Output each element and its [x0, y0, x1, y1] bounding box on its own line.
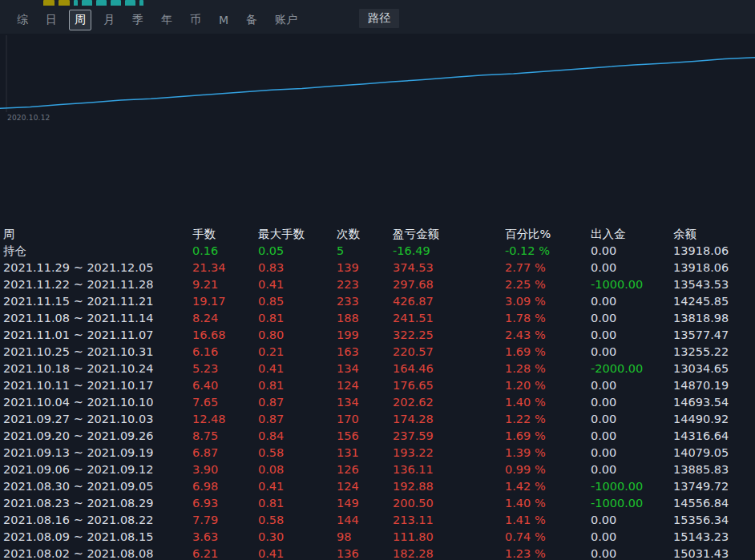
cell-deposit: 0.00 — [591, 344, 673, 361]
table-row[interactable]: 2021.09.20 ~ 2021.09.268.750.84156237.59… — [3, 428, 755, 445]
cell-deposit: -1000.00 — [591, 478, 673, 495]
cell-pl: -16.49 — [393, 243, 505, 260]
table-row[interactable]: 2021.11.15 ~ 2021.11.2119.170.85233426.8… — [3, 293, 755, 310]
cell-pct: 1.69 % — [505, 428, 591, 445]
weekly-stats-table: 周手数最大手数次数盈亏金额百分比%出入金余额 持仓0.160.055-16.49… — [3, 226, 755, 560]
table-row[interactable]: 2021.11.01 ~ 2021.11.0716.680.80199322.2… — [3, 327, 755, 344]
cell-pct: 1.42 % — [505, 478, 591, 495]
cell-pct: 1.28 % — [505, 361, 591, 377]
cell-deposit: 0.00 — [591, 260, 673, 276]
table-row[interactable]: 2021.08.16 ~ 2021.08.227.790.58144213.11… — [3, 512, 755, 529]
cell-max_lots: 0.87 — [258, 394, 337, 411]
path-button[interactable]: 路径 — [359, 9, 399, 28]
cell-period: 2021.11.22 ~ 2021.11.28 — [3, 276, 192, 293]
cell-max_lots: 0.58 — [258, 445, 337, 461]
cell-count: 199 — [337, 327, 393, 344]
tab-周[interactable]: 周 — [69, 10, 91, 30]
tab-账户[interactable]: 账户 — [269, 10, 303, 30]
cell-period: 2021.10.18 ~ 2021.10.24 — [3, 361, 192, 377]
column-header: 余额 — [673, 226, 755, 243]
cell-deposit: 0.00 — [591, 293, 673, 310]
cell-deposit: 0.00 — [591, 394, 673, 411]
table-row[interactable]: 2021.11.29 ~ 2021.12.0521.340.83139374.5… — [3, 260, 755, 276]
tab-M[interactable]: M — [213, 10, 234, 30]
table-row[interactable]: 2021.10.18 ~ 2021.10.245.230.41134164.46… — [3, 361, 755, 377]
cell-period: 2021.11.29 ~ 2021.12.05 — [3, 260, 192, 276]
cell-lots: 6.93 — [192, 495, 258, 512]
cell-lots: 9.21 — [192, 276, 258, 293]
cell-pl: 322.25 — [393, 327, 505, 344]
chart-start-date-label: 2020.10.12 — [7, 114, 50, 122]
tab-综[interactable]: 综 — [11, 10, 34, 30]
cell-max_lots: 0.21 — [258, 344, 337, 361]
cell-period: 2021.08.02 ~ 2021.08.08 — [3, 546, 192, 560]
table-row[interactable]: 2021.08.30 ~ 2021.09.056.980.41124192.88… — [3, 478, 755, 495]
cell-deposit: 0.00 — [591, 529, 673, 546]
cell-max_lots: 0.05 — [258, 243, 337, 260]
table-row[interactable]: 2021.11.22 ~ 2021.11.289.210.41223297.68… — [3, 276, 755, 293]
cell-pct: 1.22 % — [505, 411, 591, 428]
cell-deposit: -1000.00 — [591, 276, 673, 293]
table-row[interactable]: 2021.09.06 ~ 2021.09.123.900.08126136.11… — [3, 461, 755, 478]
cell-count: 144 — [337, 512, 393, 529]
tab-季[interactable]: 季 — [127, 10, 149, 30]
clipped-title-fragment — [111, 0, 121, 6]
clipped-title-fragment — [139, 0, 143, 6]
cell-balance: 15031.43 — [673, 546, 755, 560]
cell-pl: 174.28 — [393, 411, 505, 428]
cell-count: 156 — [337, 428, 393, 445]
cell-count: 5 — [337, 243, 393, 260]
cell-count: 223 — [337, 276, 393, 293]
cell-count: 126 — [337, 461, 393, 478]
table-row[interactable]: 2021.11.08 ~ 2021.11.148.240.81188241.51… — [3, 310, 755, 327]
clipped-window-title — [43, 0, 143, 6]
cell-pl: 202.62 — [393, 394, 505, 411]
cell-max_lots: 0.84 — [258, 428, 337, 445]
cell-pl: 241.51 — [393, 310, 505, 327]
table-row[interactable]: 2021.10.25 ~ 2021.10.316.160.21163220.57… — [3, 344, 755, 361]
cell-lots: 12.48 — [192, 411, 258, 428]
cell-pct: -0.12 % — [505, 243, 591, 260]
cell-pl: 136.11 — [393, 461, 505, 478]
equity-chart-svg — [0, 34, 755, 114]
table-row[interactable]: 2021.08.02 ~ 2021.08.086.210.41136182.28… — [3, 546, 755, 560]
table-header-row: 周手数最大手数次数盈亏金额百分比%出入金余额 — [3, 226, 755, 243]
cell-pl: 297.68 — [393, 276, 505, 293]
table-body: 持仓0.160.055-16.49-0.12 %0.0013918.062021… — [3, 243, 755, 560]
cell-pl: 200.50 — [393, 495, 505, 512]
tab-备[interactable]: 备 — [240, 10, 263, 30]
table-row[interactable]: 2021.09.27 ~ 2021.10.0312.480.87170174.2… — [3, 411, 755, 428]
table-row[interactable]: 2021.10.11 ~ 2021.10.176.400.81124176.65… — [3, 377, 755, 394]
tab-日[interactable]: 日 — [40, 10, 63, 30]
cell-count: 139 — [337, 260, 393, 276]
cell-count: 233 — [337, 293, 393, 310]
cell-period: 2021.09.27 ~ 2021.10.03 — [3, 411, 192, 428]
cell-pct: 1.78 % — [505, 310, 591, 327]
column-header: 出入金 — [591, 226, 673, 243]
tab-年[interactable]: 年 — [155, 10, 178, 30]
cell-balance: 13918.06 — [673, 260, 755, 276]
cell-lots: 21.34 — [192, 260, 258, 276]
cell-deposit: 0.00 — [591, 428, 673, 445]
table-row[interactable]: 2021.10.04 ~ 2021.10.107.650.87134202.62… — [3, 394, 755, 411]
cell-period: 2021.08.16 ~ 2021.08.22 — [3, 512, 192, 529]
cell-count: 124 — [337, 377, 393, 394]
table-row[interactable]: 2021.08.23 ~ 2021.08.296.930.81149200.50… — [3, 495, 755, 512]
cell-count: 124 — [337, 478, 393, 495]
cell-lots: 8.75 — [192, 428, 258, 445]
cell-period: 2021.09.20 ~ 2021.09.26 — [3, 428, 192, 445]
cell-period: 2021.10.11 ~ 2021.10.17 — [3, 377, 192, 394]
cell-deposit: 0.00 — [591, 445, 673, 461]
cell-count: 134 — [337, 361, 393, 377]
cell-max_lots: 0.41 — [258, 276, 337, 293]
table-row[interactable]: 2021.08.09 ~ 2021.08.153.630.3098111.800… — [3, 529, 755, 546]
table-row[interactable]: 持仓0.160.055-16.49-0.12 %0.0013918.06 — [3, 243, 755, 260]
cell-lots: 6.21 — [192, 546, 258, 560]
cell-count: 163 — [337, 344, 393, 361]
tab-币[interactable]: 币 — [184, 10, 207, 30]
cell-lots: 16.68 — [192, 327, 258, 344]
tab-月[interactable]: 月 — [98, 10, 120, 30]
cell-pl: 193.22 — [393, 445, 505, 461]
table-row[interactable]: 2021.09.13 ~ 2021.09.196.870.58131193.22… — [3, 445, 755, 461]
cell-deposit: 0.00 — [591, 461, 673, 478]
